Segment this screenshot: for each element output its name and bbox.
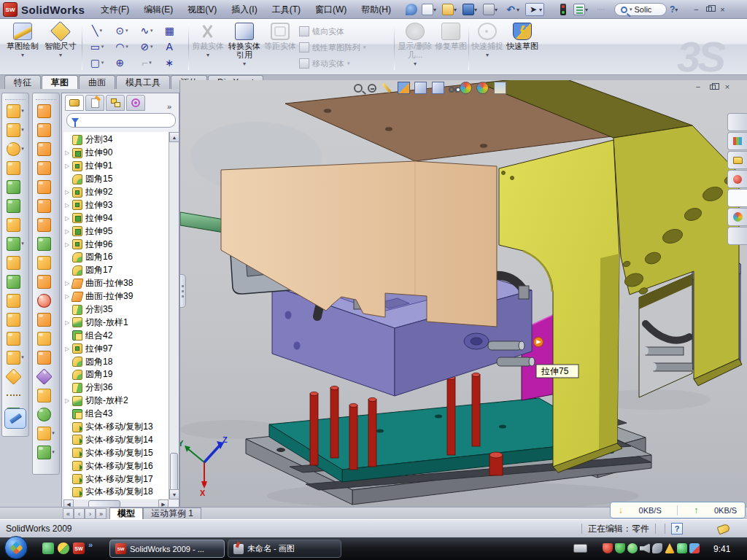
tree-item[interactable]: ▷ 分割34 bbox=[63, 133, 169, 147]
display-delete-relations-button[interactable]: 显示/删除几...▾ bbox=[397, 21, 433, 72]
tab-configurationmanager[interactable] bbox=[106, 95, 125, 111]
scroll-down-button[interactable]: ▼ bbox=[169, 489, 179, 499]
tree-item[interactable]: ▷ 拉伸94 bbox=[63, 211, 169, 225]
toolbar-button[interactable]: ▾ bbox=[33, 424, 59, 443]
toolbar-button[interactable]: ▾ bbox=[2, 367, 28, 386]
search-input[interactable]: Solic bbox=[635, 5, 652, 14]
expand-arrow-icon[interactable]: ▷ bbox=[65, 215, 72, 222]
first-tab-button[interactable]: « bbox=[63, 508, 74, 519]
keyboard-layout-icon[interactable] bbox=[573, 544, 587, 553]
select-button[interactable]: ➤▾ bbox=[525, 3, 544, 16]
toolbar-button[interactable]: ▾ bbox=[2, 234, 28, 253]
trim-entities-button[interactable]: 剪裁实体▾ bbox=[191, 21, 225, 72]
toolbar-button[interactable]: ▾ bbox=[33, 367, 59, 386]
menu-item[interactable]: 视图(V) bbox=[187, 4, 217, 16]
sketch-entity-button[interactable]: ⊘ ▾ bbox=[134, 39, 159, 55]
expand-arrow-icon[interactable]: ▷ bbox=[65, 163, 72, 169]
toolbar-button[interactable]: ▾ bbox=[33, 386, 59, 405]
taskbar-button-paint[interactable]: 未命名 - 画图 bbox=[228, 540, 341, 558]
toolbar-button[interactable]: ▾ bbox=[33, 443, 59, 462]
tree-item[interactable]: ▷ 圆角16 bbox=[63, 251, 169, 264]
toolbar-button[interactable]: ▾ bbox=[33, 329, 59, 348]
sketch-entity-button[interactable]: ▭ ▾ bbox=[85, 39, 109, 55]
network-speed-widget[interactable]: ↓ 0KB/S ↑ 0KB/S bbox=[610, 502, 746, 518]
view-tool-button[interactable]: ▾ bbox=[381, 82, 392, 94]
view-tool-button[interactable]: ▾ bbox=[494, 82, 506, 94]
sketch-entity-button[interactable]: ╲ ▾ bbox=[85, 23, 109, 39]
tree-item[interactable]: ▷ 实体-移动/复制17 bbox=[63, 472, 169, 486]
tab-model[interactable]: 模型 bbox=[109, 508, 143, 519]
toolbar-button[interactable]: ▾ bbox=[2, 177, 28, 196]
task-pane-tab[interactable] bbox=[727, 227, 747, 245]
sketch-entity-button[interactable]: ◠ ▾ bbox=[109, 39, 134, 55]
tree-item[interactable]: ▷ 实体-移动/复制18 bbox=[63, 486, 169, 499]
sketch-entity-button[interactable]: ∗ ▾ bbox=[159, 55, 184, 71]
sketch-entity-button[interactable]: ⊕ ▾ bbox=[109, 55, 134, 71]
tree-item[interactable]: ▷ 实体-移动/复制14 bbox=[63, 433, 169, 446]
expand-arrow-icon[interactable]: ▷ bbox=[65, 319, 72, 326]
task-pane-tab[interactable] bbox=[727, 170, 747, 188]
graphics-viewport[interactable]: Y Z X 拉伸75 ▾ ▾ bbox=[179, 80, 747, 507]
help-button[interactable]: ?▾ bbox=[670, 3, 678, 16]
tray-icon[interactable] bbox=[640, 543, 650, 553]
tree-item[interactable]: ▷ 实体-移动/复制15 bbox=[63, 446, 169, 459]
view-tool-button[interactable]: ▾ bbox=[354, 84, 363, 93]
rapid-sketch-button[interactable]: 快速草图 bbox=[506, 21, 538, 72]
toolbar-button[interactable]: ▾ bbox=[33, 310, 59, 329]
toolbar-button[interactable]: ▾ bbox=[33, 158, 59, 177]
print-button[interactable]: ▾ bbox=[483, 3, 498, 16]
tree-item[interactable]: ▷ 拉伸93 bbox=[63, 198, 169, 211]
toolbar-button[interactable]: ▾ bbox=[33, 139, 59, 158]
tray-icon[interactable] bbox=[627, 543, 638, 553]
quick-snaps-button[interactable]: 快速捕捉▾ bbox=[471, 21, 503, 72]
view-tool-button[interactable]: ▾ bbox=[476, 82, 489, 94]
expand-arrow-icon[interactable]: ▷ bbox=[65, 189, 72, 195]
tree-item[interactable]: ▷ 切除-放样2 bbox=[63, 394, 169, 408]
pattern-tool-button[interactable]: 移动实体 ▾ bbox=[299, 55, 366, 71]
tree-item[interactable]: ▷ 组合42 bbox=[63, 329, 169, 342]
tree-item[interactable]: ▷ 实体-移动/复制16 bbox=[63, 459, 169, 472]
toolbar-button[interactable]: ▾ bbox=[2, 348, 28, 367]
window-restore-button[interactable] bbox=[703, 4, 715, 15]
toolbar-button[interactable]: ▾ bbox=[33, 120, 59, 139]
tray-icon[interactable] bbox=[665, 543, 675, 553]
scroll-up-button[interactable]: ▲ bbox=[169, 132, 179, 142]
sketch-entity-button[interactable]: ∿ ▾ bbox=[134, 23, 159, 39]
toolbar-button[interactable]: ▾ bbox=[2, 329, 28, 348]
sketch-entity-button[interactable]: ⌐ ▾ bbox=[134, 55, 159, 71]
tree-item[interactable]: ▷ 圆角17 bbox=[63, 264, 169, 277]
task-pane-tab[interactable] bbox=[727, 151, 747, 169]
toolbar-button[interactable]: ▾ bbox=[2, 120, 28, 139]
tree-item[interactable]: ▷ 拉伸91 bbox=[63, 160, 169, 173]
smart-dimension-button[interactable]: 智能尺寸▾ bbox=[42, 21, 79, 72]
task-pane-tab[interactable] bbox=[727, 132, 747, 150]
tab-propertymanager[interactable] bbox=[85, 95, 104, 111]
tray-icon[interactable] bbox=[615, 543, 625, 553]
tab-featuremanager[interactable] bbox=[65, 95, 84, 111]
toolbar-button[interactable]: ▾ bbox=[33, 196, 59, 215]
convert-entities-button[interactable]: 转换实体引用▾ bbox=[226, 21, 263, 72]
toolbar-button[interactable]: ▾ bbox=[33, 177, 59, 196]
last-tab-button[interactable]: » bbox=[96, 508, 107, 519]
repair-sketch-button[interactable]: 修复草图 bbox=[435, 21, 467, 72]
open-button[interactable]: ▾ bbox=[442, 3, 457, 16]
menu-item[interactable]: 帮助(H) bbox=[361, 4, 391, 16]
menu-item[interactable]: 文件(F) bbox=[101, 4, 129, 16]
save-button[interactable]: ▾ bbox=[462, 3, 477, 16]
quicklaunch-messenger-icon[interactable] bbox=[42, 542, 54, 554]
panel-splitter-handle[interactable] bbox=[179, 274, 186, 308]
toolbar-button[interactable]: ▾ bbox=[33, 272, 59, 291]
toolbar-button[interactable]: ▾ bbox=[2, 291, 28, 310]
toolbar-button[interactable]: ▾ bbox=[2, 196, 28, 215]
toolbar-button[interactable]: ▾ bbox=[2, 158, 28, 177]
sketch-entity-button[interactable]: ▢ ▾ bbox=[85, 55, 109, 71]
expand-arrow-icon[interactable]: ▷ bbox=[65, 149, 72, 156]
offset-entities-button[interactable]: 等距实体 bbox=[264, 21, 296, 72]
tree-item[interactable]: ▷ 分割36 bbox=[63, 381, 169, 394]
tree-item[interactable]: ▷ 拉伸96 bbox=[63, 238, 169, 251]
toolbar-button[interactable]: ▾ bbox=[33, 101, 59, 120]
sketch-entity-button[interactable]: A ▾ bbox=[159, 39, 184, 55]
tab-dimxpertmanager[interactable] bbox=[126, 95, 145, 111]
overflow-tools[interactable]: ᠁ bbox=[597, 3, 605, 16]
quicklaunch-solidworks-icon[interactable]: SW bbox=[73, 542, 85, 554]
